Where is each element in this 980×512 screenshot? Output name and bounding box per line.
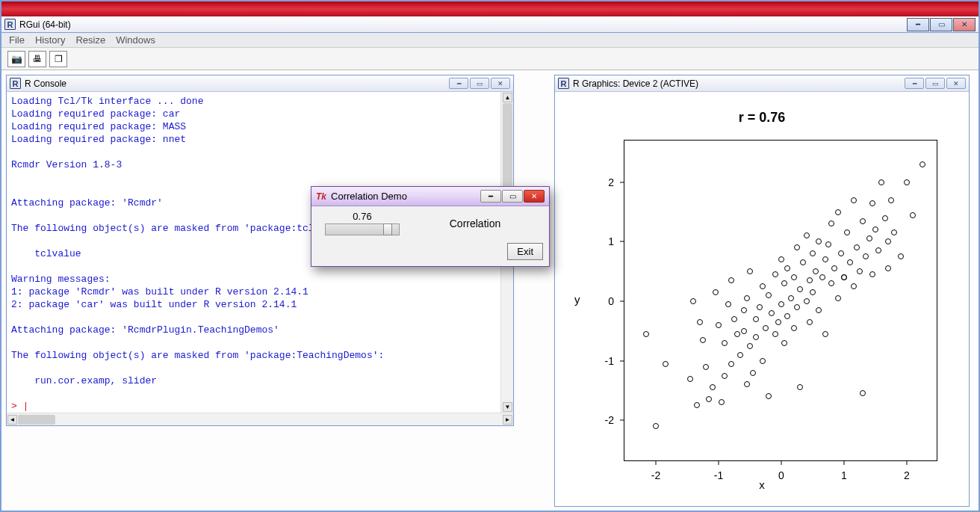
scatter-point [825, 241, 831, 247]
y-tick-label: -2 [605, 414, 624, 426]
scatter-point [860, 390, 866, 396]
scatter-point [854, 244, 860, 250]
scatter-point [875, 247, 881, 253]
scatter-point [872, 226, 878, 232]
dialog-minimize-button[interactable]: ━ [480, 190, 501, 203]
scatter-point [816, 307, 822, 313]
scatter-point [694, 402, 700, 408]
scroll-down-icon[interactable]: ▼ [503, 402, 512, 412]
scroll-thumb[interactable] [18, 415, 55, 425]
exit-button[interactable]: Exit [507, 243, 543, 260]
scatter-point [781, 280, 787, 286]
scatter-point [763, 325, 769, 331]
scroll-right-icon[interactable]: ► [503, 415, 512, 425]
scatter-point [760, 358, 766, 364]
graphics-close-button[interactable]: ✕ [946, 78, 966, 89]
camera-icon[interactable]: 📷 [7, 51, 25, 67]
scroll-left-icon[interactable]: ◄ [7, 415, 17, 425]
console-close-button[interactable]: ✕ [491, 78, 510, 89]
graphics-maximize-button[interactable]: ▭ [925, 78, 945, 89]
slider-knob[interactable] [383, 223, 392, 235]
graphics-title: R Graphics: Device 2 (ACTIVE) [573, 78, 698, 89]
scatter-point [891, 229, 897, 235]
scatter-point [760, 283, 766, 289]
print-icon[interactable]: 🖶 [28, 51, 46, 67]
scatter-point [766, 292, 772, 298]
graphics-titlebar[interactable]: R R Graphics: Device 2 (ACTIVE) ━ ▭ ✕ [555, 75, 969, 92]
scatter-point [869, 271, 875, 277]
scatter-point [747, 268, 753, 274]
scatter-point [728, 277, 734, 283]
scatter-point [819, 274, 825, 280]
scatter-point [772, 271, 778, 277]
scatter-point [722, 373, 728, 379]
scatter-point [898, 253, 904, 259]
scatter-point [794, 304, 800, 310]
console-hscrollbar[interactable]: ◄ ► [7, 413, 513, 425]
maximize-button[interactable]: ▭ [930, 18, 952, 31]
scatter-point [784, 313, 790, 319]
menu-resize[interactable]: Resize [75, 34, 105, 46]
r-graphics-icon: R [558, 78, 569, 89]
dialog-close-button[interactable]: ✕ [524, 190, 545, 203]
scatter-point [719, 399, 725, 405]
scatter-point [794, 244, 800, 250]
menu-windows[interactable]: Windows [116, 34, 155, 46]
close-button[interactable]: ✕ [953, 18, 976, 31]
menubar: File History Resize Windows [1, 33, 979, 48]
scatter-point [753, 316, 759, 322]
correlation-slider[interactable] [325, 223, 400, 235]
menu-history[interactable]: History [35, 34, 65, 46]
scatter-point [710, 384, 716, 390]
graphics-window: R R Graphics: Device 2 (ACTIVE) ━ ▭ ✕ r … [554, 75, 970, 507]
scroll-up-icon[interactable]: ▲ [503, 93, 512, 102]
scatter-point [797, 384, 803, 390]
scatter-point [757, 304, 763, 310]
scatter-point [844, 229, 850, 235]
y-tick-label: 0 [608, 295, 624, 307]
scatter-point [747, 343, 753, 349]
scatter-point [731, 316, 737, 322]
scatter-point [882, 215, 888, 221]
scatter-point [866, 235, 872, 241]
scatter-point [744, 381, 750, 387]
scatter-point [835, 209, 841, 215]
scatter-point [663, 361, 669, 367]
y-tick-label: -1 [605, 355, 624, 367]
scatter-point [910, 212, 916, 218]
scatter-point [797, 286, 803, 292]
scatter-point [835, 295, 841, 301]
r-app-icon: R [4, 19, 16, 30]
scatter-point [741, 328, 747, 334]
scatter-point [857, 268, 863, 274]
cascade-icon[interactable]: ❐ [49, 51, 67, 67]
console-cursor: | [23, 401, 29, 412]
dialog-maximize-button[interactable]: ▭ [502, 190, 523, 203]
menu-file[interactable]: File [9, 34, 25, 46]
red-stripe [1, 1, 979, 16]
scatter-point [744, 295, 750, 301]
console-titlebar[interactable]: R R Console ━ ▭ ✕ [7, 75, 513, 92]
minimize-button[interactable]: ━ [907, 18, 929, 31]
console-minimize-button[interactable]: ━ [449, 78, 468, 89]
scatter-point [804, 298, 810, 304]
scatter-point [778, 256, 784, 262]
scatter-point [769, 310, 775, 316]
console-title: R Console [25, 78, 66, 89]
scatter-point [885, 238, 891, 244]
scatter-point [800, 259, 806, 265]
scatter-point [791, 325, 797, 331]
dialog-title: Correlation Demo [331, 191, 407, 202]
scatter-point [728, 361, 734, 367]
scatter-point [690, 298, 696, 304]
scatter-point [788, 295, 794, 301]
console-maximize-button[interactable]: ▭ [470, 78, 489, 89]
graphics-minimize-button[interactable]: ━ [905, 78, 924, 89]
scatter-point [643, 331, 649, 337]
scatter-point [810, 289, 816, 295]
dialog-titlebar[interactable]: Tk Correlation Demo ━ ▭ ✕ [311, 187, 549, 206]
scatter-point [869, 200, 875, 206]
scatter-point [822, 331, 828, 337]
scatter-point [791, 274, 797, 280]
scatter-point [822, 256, 828, 262]
